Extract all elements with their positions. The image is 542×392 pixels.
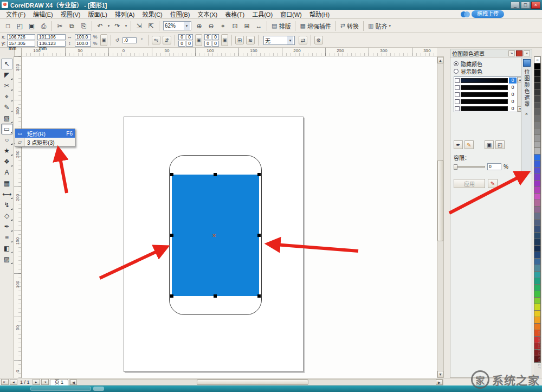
- typeset-button[interactable]: ▤排版: [269, 21, 293, 31]
- radio-hide-colors[interactable]: 隐藏颜色: [454, 60, 528, 67]
- corner-radius-field[interactable]: 0: [186, 41, 193, 47]
- minimize-button[interactable]: _: [511, 2, 520, 9]
- radio-show-colors[interactable]: 显示颜色: [454, 67, 528, 75]
- flyout-item-rectangle[interactable]: ▭ 矩形(R) F6: [15, 129, 75, 138]
- connector-tool[interactable]: ↯: [1, 200, 13, 210]
- page-tab[interactable]: 页 1: [50, 379, 69, 385]
- docker-tab-icon[interactable]: [523, 59, 531, 67]
- smart-fill-tool[interactable]: ▧: [1, 113, 13, 124]
- convert-button[interactable]: ⇄转换: [338, 21, 362, 31]
- polygon-tool[interactable]: ★: [1, 145, 13, 156]
- selection-handle[interactable]: [257, 234, 261, 237]
- mask-checkbox[interactable]: [455, 78, 460, 83]
- vertical-scrollbar[interactable]: ▲ ▼: [437, 56, 444, 378]
- selection-handle[interactable]: [170, 294, 173, 298]
- export-button[interactable]: ⇱: [145, 21, 157, 31]
- menu-item[interactable]: 视图(V): [57, 9, 85, 19]
- corner-lock-icon[interactable]: ▣: [221, 34, 228, 46]
- y-position-field[interactable]: 157.305 mm: [7, 41, 35, 47]
- menu-item[interactable]: 文本(X): [193, 9, 221, 19]
- chevron-down-icon[interactable]: ▾: [124, 21, 128, 31]
- menu-item[interactable]: 版面(L): [84, 9, 111, 19]
- mask-row[interactable]: 0: [454, 77, 517, 84]
- table-tool[interactable]: ▦: [1, 178, 13, 189]
- corner-radius-field[interactable]: 0: [178, 41, 185, 47]
- selection-handle[interactable]: [214, 173, 217, 176]
- crop-tool[interactable]: ✂: [1, 80, 13, 91]
- height-field[interactable]: 136.123 mm: [37, 41, 66, 47]
- horizontal-scroll-thumb[interactable]: [197, 380, 308, 385]
- zoom-actual-button[interactable]: ⌖: [217, 21, 229, 31]
- new-document-button[interactable]: □: [2, 21, 14, 31]
- docker-tab-label[interactable]: 位图颜色遮罩: [522, 69, 531, 108]
- first-page-button[interactable]: ⇤: [1, 379, 9, 385]
- corner-radius-field[interactable]: 0: [178, 34, 185, 40]
- selection-handle[interactable]: [257, 173, 261, 176]
- last-page-button[interactable]: ⇥: [41, 379, 49, 385]
- menu-item[interactable]: 窗口(W): [276, 9, 306, 19]
- undo-button[interactable]: ↶: [94, 21, 106, 31]
- selection-handle[interactable]: [214, 294, 217, 298]
- pick-tool[interactable]: ↖: [1, 59, 13, 69]
- menu-item[interactable]: 帮助(H): [306, 9, 333, 19]
- redo-button[interactable]: ↷: [112, 21, 123, 31]
- docker-close-icon[interactable]: ×: [524, 50, 530, 56]
- outline-width-select[interactable]: 无 ▾: [263, 36, 295, 45]
- interactive-fill-tool[interactable]: ▨: [1, 254, 13, 265]
- chevron-down-icon[interactable]: ▾: [106, 21, 111, 31]
- corner-radius-field[interactable]: 0: [186, 34, 193, 40]
- menu-item[interactable]: 效果(C): [139, 9, 166, 19]
- corner-lock-icon[interactable]: ▣: [195, 34, 202, 46]
- vertical-scroll-thumb[interactable]: [437, 160, 443, 241]
- shape-tool[interactable]: ◤: [1, 69, 13, 80]
- open-button[interactable]: ◰: [14, 21, 25, 31]
- zoom-width-button[interactable]: ↔: [253, 21, 264, 31]
- horizontal-ruler[interactable]: 10050050100150200250300350: [22, 48, 437, 56]
- width-field[interactable]: 101.106 mm: [37, 34, 66, 40]
- mask-checkbox[interactable]: [455, 92, 460, 97]
- mask-checkbox[interactable]: [455, 85, 460, 90]
- maximize-button[interactable]: □: [521, 2, 530, 9]
- zoom-tool[interactable]: ⌖: [1, 91, 13, 102]
- eyedropper-icon[interactable]: ✒: [454, 140, 463, 149]
- corner-radius-field[interactable]: 0: [204, 34, 211, 40]
- zoom-page-button[interactable]: ⊞: [241, 21, 253, 31]
- previous-page-button[interactable]: ◂: [10, 379, 17, 385]
- zoom-in-button[interactable]: ⊕: [193, 21, 205, 31]
- import-button[interactable]: ⇲: [133, 21, 145, 31]
- zoom-selection-button[interactable]: ⊡: [229, 21, 241, 31]
- fill-tool[interactable]: ◧: [1, 243, 13, 254]
- marker-icon[interactable]: ✎: [464, 140, 474, 149]
- rotation-field[interactable]: .0: [122, 37, 137, 43]
- slider-thumb[interactable]: [454, 164, 457, 170]
- zoom-level-select[interactable]: 62% ▾: [163, 21, 191, 30]
- selection-handle[interactable]: [170, 173, 173, 176]
- apply-button[interactable]: 应用: [454, 179, 485, 188]
- tolerance-slider[interactable]: [454, 166, 485, 168]
- taskbar-button[interactable]: [30, 387, 91, 391]
- scroll-left-icon[interactable]: ◀: [70, 380, 77, 385]
- blend-tool[interactable]: ◇: [1, 210, 13, 221]
- rectangle-tool[interactable]: ▭: [1, 124, 13, 134]
- cut-button[interactable]: ✂: [54, 21, 66, 31]
- close-button[interactable]: ×: [531, 2, 540, 9]
- scale-lock-icon[interactable]: ▣: [100, 34, 107, 46]
- menu-item[interactable]: 位图(B): [166, 9, 194, 19]
- selection-handle[interactable]: [170, 234, 173, 237]
- edit-mask-icon[interactable]: ✎: [488, 179, 498, 188]
- docker-tab-close-icon[interactable]: ×: [525, 111, 528, 117]
- taskbar-button[interactable]: [93, 387, 104, 391]
- eyedropper-tool[interactable]: ✒: [1, 221, 13, 232]
- save-mask-icon[interactable]: ▣: [485, 140, 494, 149]
- open-mask-icon[interactable]: ◰: [495, 140, 505, 149]
- scroll-right-icon[interactable]: ▶: [436, 380, 443, 385]
- next-page-button[interactable]: ▸: [33, 379, 40, 385]
- text-tool[interactable]: A: [1, 167, 13, 178]
- chevron-down-icon[interactable]: ▾: [287, 36, 293, 44]
- chevron-down-icon[interactable]: ▾: [184, 22, 190, 30]
- freehand-tool[interactable]: ✎: [1, 102, 13, 113]
- menu-item[interactable]: 表格(T): [221, 9, 248, 19]
- mirror-horizontal-button[interactable]: ⇋: [152, 36, 160, 44]
- corner-radius-field[interactable]: 0: [204, 41, 211, 47]
- scale-x-field[interactable]: 100.0: [75, 34, 91, 40]
